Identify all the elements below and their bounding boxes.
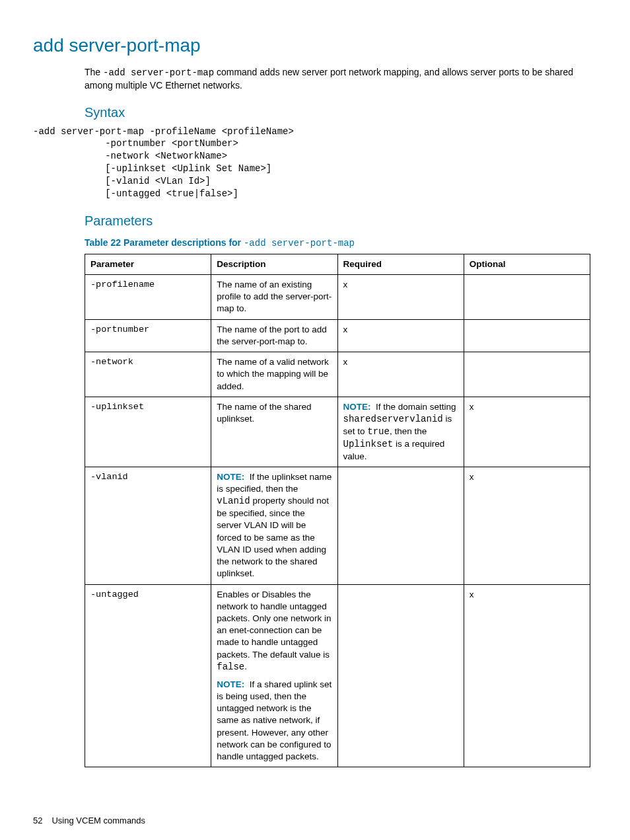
- table-row: -uplinkset The name of the shared uplink…: [85, 397, 590, 467]
- param-required: x: [337, 352, 464, 397]
- col-optional: Optional: [464, 254, 590, 274]
- param-name: -vlanid: [85, 467, 211, 584]
- desc-text: .: [244, 662, 247, 671]
- syntax-code-block: -add server-port-map -profileName <profi…: [33, 126, 590, 200]
- syntax-heading: Syntax: [85, 104, 590, 122]
- intro-pre: The: [85, 67, 103, 77]
- note-code: Uplinkset: [343, 439, 394, 449]
- note-label: NOTE:: [217, 472, 244, 482]
- note-label: NOTE:: [343, 402, 371, 412]
- param-name: -network: [85, 352, 211, 397]
- param-name: -uplinkset: [85, 397, 211, 467]
- table-row: -vlanid NOTE: If the uplinkset name is s…: [85, 467, 590, 584]
- param-optional: x: [464, 467, 590, 584]
- param-name: -untagged: [85, 584, 211, 767]
- param-optional: [464, 275, 590, 320]
- desc-code: vLanid: [217, 496, 250, 506]
- param-name: -portnumber: [85, 319, 211, 352]
- desc-code: false: [217, 662, 244, 672]
- param-desc: NOTE: If the uplinkset name is specified…: [211, 467, 337, 584]
- param-optional: [464, 319, 590, 352]
- col-description: Description: [211, 254, 337, 274]
- table-caption-prefix: Table 22 Parameter descriptions for: [85, 237, 244, 248]
- table-row: -network The name of a valid network to …: [85, 352, 590, 397]
- param-desc: Enables or Disables the network to handl…: [211, 584, 337, 767]
- param-required: [337, 584, 464, 767]
- table-row: -untagged Enables or Disables the networ…: [85, 584, 590, 767]
- parameters-heading: Parameters: [85, 212, 590, 230]
- param-required-note: NOTE: If the domain setting sharedserver…: [337, 397, 464, 467]
- table-row: -portnumber The name of the port to add …: [85, 319, 590, 352]
- note-label: NOTE:: [217, 679, 244, 689]
- note-code: true: [367, 426, 390, 437]
- desc-note-block: NOTE: If a shared uplink set is being us…: [217, 679, 332, 763]
- intro-paragraph: The -add server-port-map command adds ne…: [85, 66, 590, 92]
- param-required: x: [337, 319, 464, 352]
- param-optional: [464, 352, 590, 397]
- param-desc: The name of the shared uplinkset.: [211, 397, 337, 467]
- parameters-table: Parameter Description Required Optional …: [85, 254, 590, 767]
- param-desc: The name of an existing profile to add t…: [211, 275, 337, 320]
- desc-text: property should not be specified, since …: [217, 496, 329, 578]
- table-caption-command: -add server-port-map: [244, 238, 355, 248]
- note-text: If the domain setting: [376, 402, 456, 412]
- table-row: -profilename The name of an existing pro…: [85, 275, 590, 320]
- param-required: x: [337, 275, 464, 320]
- table-header-row: Parameter Description Required Optional: [85, 254, 590, 274]
- param-name: -profilename: [85, 275, 211, 320]
- table-caption: Table 22 Parameter descriptions for -add…: [85, 237, 590, 250]
- page-title: add server-port-map: [33, 33, 590, 58]
- desc-text: Enables or Disables the network to handl…: [217, 590, 331, 660]
- col-parameter: Parameter: [85, 254, 211, 274]
- param-desc: The name of a valid network to which the…: [211, 352, 337, 397]
- param-optional: x: [464, 397, 590, 467]
- param-desc: The name of the port to add the server-p…: [211, 319, 337, 352]
- col-required: Required: [337, 254, 464, 274]
- note-text: , then the: [390, 426, 427, 436]
- param-required: [337, 467, 464, 584]
- note-text: If a shared uplink set is being used, th…: [217, 679, 332, 761]
- intro-command-code: -add server-port-map: [103, 67, 214, 78]
- param-optional: x: [464, 584, 590, 767]
- note-code: sharedservervlanid: [343, 414, 443, 424]
